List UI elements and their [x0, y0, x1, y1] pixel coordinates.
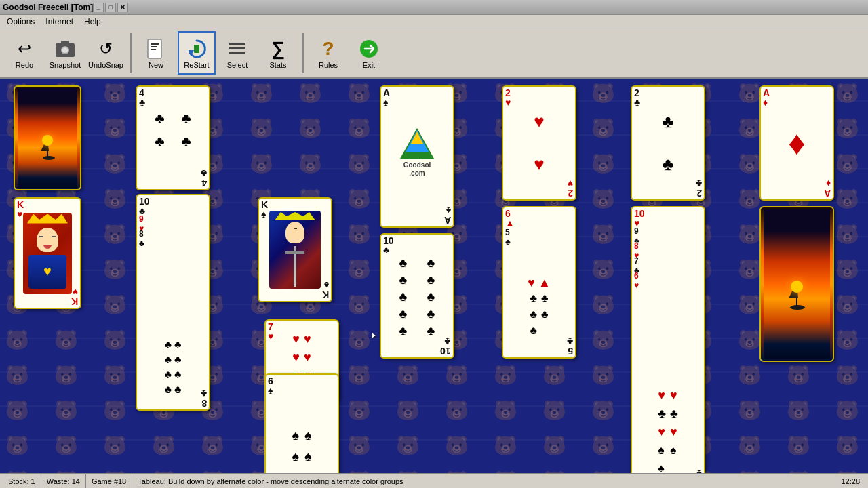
svg-point-2	[62, 47, 68, 53]
bear-decoration: 🐻	[542, 470, 566, 473]
card-ace-spades-logo[interactable]: A♠ A♠ Goodsol.com	[380, 85, 454, 228]
bear-decoration: 🐻	[103, 364, 127, 386]
bear-decoration: 🐻	[347, 223, 371, 245]
bear-decoration: 🐻	[103, 258, 127, 281]
bear-decoration: 🐻	[738, 329, 762, 351]
card-10-clubs[interactable]: 10♣ 10♣ ♣ ♣ ♣ ♣ ♣ ♣ ♣ ♣ ♣ ♣	[380, 233, 454, 359]
close-button[interactable]: ✕	[117, 3, 128, 12]
redo-icon: ↩	[12, 37, 37, 61]
bear-decoration: 🐻	[835, 188, 859, 210]
bear-decoration: 🐻	[54, 364, 78, 386]
card-10-clubs-col2[interactable]: 10♣ 9♥ 8♣ 8♣ ♣♣ ♣♣ ♣♣ ♣♣	[136, 194, 210, 411]
redo-label: Redo	[16, 61, 33, 69]
bear-decoration: 🐻	[738, 188, 762, 210]
bear-decoration: 🐻	[591, 364, 615, 386]
exit-label: Exit	[363, 61, 375, 69]
svg-rect-10	[229, 43, 245, 45]
undosnap-label: UndoSnap	[88, 61, 123, 69]
stats-icon: ∑	[266, 37, 290, 61]
bear-decoration: 🐻	[738, 399, 762, 422]
bear-decoration: 🐻	[347, 434, 371, 457]
stats-button[interactable]: ∑ Stats	[259, 31, 297, 75]
bear-decoration: 🐻	[445, 434, 469, 457]
bear-decoration: 🐻	[494, 364, 517, 386]
exit-icon	[357, 37, 381, 61]
bear-decoration: 🐻	[347, 152, 371, 175]
menu-internet[interactable]: Internet	[40, 16, 79, 28]
bear-decoration: 🐻	[787, 470, 810, 473]
bear-decoration: 🐻	[5, 434, 29, 457]
bear-decoration: 🐻	[103, 223, 127, 245]
redo-button[interactable]: ↩ Redo	[5, 31, 43, 75]
snapshot-button[interactable]: Snapshot	[46, 31, 84, 75]
bear-decoration: 🐻	[103, 329, 127, 351]
svg-rect-11	[229, 47, 245, 49]
toolbar-sep-1	[130, 33, 132, 73]
bear-decoration: 🐻	[835, 82, 859, 104]
select-button[interactable]: Select	[218, 31, 256, 75]
card-stack-col6[interactable]: 10♥ 9♣ 8♥ 7♣ 6♥ 5♠ ♥ ♥ ♣ ♣ ♥ ♥ ♠ ♠ ♠	[631, 206, 705, 473]
svg-rect-6	[151, 46, 157, 47]
select-icon	[225, 37, 250, 61]
rules-icon: ?	[316, 37, 340, 61]
bear-decoration: 🐻	[54, 470, 78, 473]
title-bar-text: Goodsol Freecell [Tom]	[3, 3, 93, 12]
status-hint: Tableau: Build down by alternate color -…	[132, 474, 835, 488]
bear-decoration: 🐻	[103, 188, 127, 210]
bear-decoration: 🐻	[54, 434, 78, 457]
bear-decoration: 🐻	[250, 152, 273, 175]
bear-decoration: 🐻	[5, 399, 29, 422]
maximize-button[interactable]: □	[105, 3, 116, 12]
title-bar-controls: _ □ ✕	[93, 3, 128, 12]
bear-decoration: 🐻	[738, 223, 762, 245]
svg-rect-12	[229, 52, 245, 54]
restart-button[interactable]: ReStart	[178, 31, 216, 75]
card-2-hearts[interactable]: 2♥ 2♥ ♥ ♥	[502, 85, 576, 201]
bear-decoration: 🐻	[591, 188, 615, 210]
menu-help[interactable]: Help	[79, 16, 106, 28]
select-label: Select	[227, 61, 248, 69]
bear-decoration: 🐻	[738, 117, 762, 140]
bear-decoration: 🐻	[835, 329, 859, 351]
stock-card[interactable]	[14, 85, 81, 190]
undosnap-button[interactable]: ↺ UndoSnap	[87, 31, 125, 75]
bear-decoration: 🐻	[347, 258, 371, 281]
bear-decoration: 🐻	[835, 258, 859, 281]
bear-decoration: 🐻	[347, 399, 371, 422]
bear-decoration: 🐻	[542, 399, 566, 422]
bear-decoration: 🐻	[396, 364, 420, 386]
bear-decoration: 🐻	[494, 434, 517, 457]
bear-decoration: 🐻	[103, 82, 127, 104]
bear-decoration: 🐻	[347, 188, 371, 210]
bear-decoration: 🐻	[494, 470, 517, 473]
card-king-spades[interactable]: K♠ K♠	[258, 197, 332, 302]
card-2-clubs[interactable]: 2♣ 2♣ ♣ ♣	[631, 85, 705, 201]
bear-decoration: 🐻	[835, 117, 859, 140]
toolbar: ↩ Redo Snapshot ↺ UndoSnap New	[0, 28, 868, 79]
rules-button[interactable]: ? Rules	[309, 31, 347, 75]
bear-decoration: 🐻	[347, 364, 371, 386]
exit-button[interactable]: Exit	[350, 31, 388, 75]
bear-decoration: 🐻	[201, 434, 224, 457]
game-area[interactable]: 🐻🐻🐻🐻🐻🐻🐻🐻🐻🐻🐻🐻🐻🐻🐻🐻🐻🐻🐻🐻🐻🐻🐻🐻🐻🐻🐻🐻🐻🐻🐻🐻🐻🐻🐻🐻🐻🐻🐻🐻…	[0, 79, 868, 473]
bear-decoration: 🐻	[738, 152, 762, 175]
card-ace-diamonds[interactable]: A♦ A♦ ♦	[760, 85, 834, 201]
menu-options[interactable]: Options	[1, 16, 40, 28]
card-6-tri[interactable]: 6▲ 5♣ 5♣ ♥ ▲ ♣ ♣ ♣ ♣ ♣	[502, 206, 576, 359]
bear-decoration: 🐻	[250, 117, 273, 140]
bear-decoration: 🐻	[738, 258, 762, 281]
card-sunset-2[interactable]	[760, 206, 834, 362]
card-6-spades[interactable]: 6♠ 9♠ ♠ ♠ ♠ ♠ ♠ ♠	[264, 373, 339, 473]
bear-decoration: 🐻	[347, 293, 371, 316]
minimize-button[interactable]: _	[93, 3, 104, 12]
bear-decoration: 🐻	[298, 117, 322, 140]
bear-decoration: 🐻	[445, 399, 469, 422]
svg-rect-3	[61, 41, 69, 44]
bear-decoration: 🐻	[591, 258, 615, 281]
svg-rect-7	[151, 49, 156, 50]
card-king-hearts[interactable]: K♥ K♥ ♥	[14, 197, 81, 309]
status-waste: Waste: 14	[41, 474, 86, 488]
card-4-clubs[interactable]: 4♣ 4♣ ♣ ♣ ♣ ♣	[136, 85, 210, 190]
bear-decoration: 🐻	[591, 434, 615, 457]
new-button[interactable]: New	[137, 31, 175, 75]
